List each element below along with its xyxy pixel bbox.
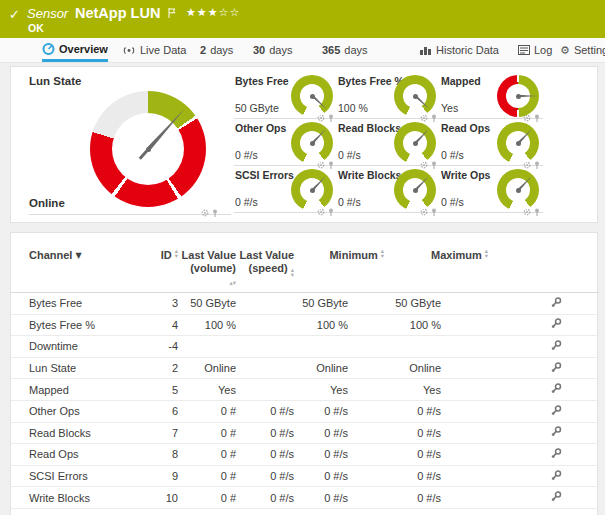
table-row: SCSI Errors90 #0 #/s0 #/s0 #/s <box>11 466 599 488</box>
log-icon <box>518 45 530 55</box>
gauge-cell-read-blocks: Read Blocks0 #/s <box>337 119 440 166</box>
cell-minimum: 100 % <box>294 319 384 331</box>
cell-last-value-volume: 50 GByte <box>178 297 236 309</box>
cell-last-value-speed: 0 #/s <box>236 427 294 439</box>
priority-stars[interactable]: ★★★☆☆ <box>186 6 240 19</box>
table-row: Other Ops60 #0 #/s0 #/s0 #/s <box>11 401 599 423</box>
wrench-icon[interactable] <box>551 427 562 439</box>
wrench-icon[interactable] <box>551 471 562 483</box>
cell-maximum: 0 #/s <box>384 405 488 417</box>
table-row: Write Blocks100 #0 #/s0 #/s0 #/s <box>11 487 599 509</box>
cell-minimum: Yes <box>294 384 384 396</box>
tab-live-data[interactable]: Live Data <box>122 38 186 62</box>
table-row: Bytes Free350 GByte50 GByte50 GByte <box>11 293 599 315</box>
gauge-other-ops <box>291 122 333 164</box>
tab-log[interactable]: Log <box>518 38 552 62</box>
cell-minimum: 0 #/s <box>294 470 384 482</box>
live-data-icon <box>122 45 136 56</box>
table-header-row: Channel▼ ID▴▾ Last Value(volume)▴▾ Last … <box>11 233 599 293</box>
cell-minimum: 0 #/s <box>294 492 384 504</box>
gear-icon[interactable] <box>201 203 209 211</box>
cell-id: 3 <box>141 297 178 309</box>
table-body: Bytes Free350 GByte50 GByte50 GByteBytes… <box>11 293 599 509</box>
cell-channel[interactable]: Write Blocks <box>29 492 141 504</box>
column-header-maximum[interactable]: Maximum▴▾ <box>384 249 488 292</box>
overview-icon <box>42 42 55 55</box>
cell-last-value-speed: 0 #/s <box>236 470 294 482</box>
cell-channel[interactable]: Bytes Free <box>29 297 141 309</box>
sensor-header: ✓ Sensor NetApp LUN ★★★☆☆ OK <box>0 0 605 38</box>
gauge-cell-bytes-free: Bytes Free %100 % <box>337 72 440 119</box>
gauge-label: Read Blocks <box>338 122 401 134</box>
cell-maximum: 0 #/s <box>384 448 488 460</box>
gauge-label: Mapped <box>441 75 481 87</box>
column-header-last-value-speed[interactable]: Last Value(speed) ▴▾ <box>236 249 294 292</box>
gauge-write-ops <box>497 169 539 211</box>
wrench-icon[interactable] <box>551 384 562 396</box>
gauge-value: 0 #/s <box>338 196 361 208</box>
tab-historic-data[interactable]: Historic Data <box>420 38 499 62</box>
cell-channel[interactable]: Downtime <box>29 340 141 352</box>
gauge-value: Yes <box>441 102 458 114</box>
cell-last-value-volume: 0 # <box>178 448 236 460</box>
sensor-kind-label: Sensor <box>27 6 68 21</box>
gauge-cell-other-ops: Other Ops0 #/s <box>234 119 337 166</box>
cell-id: 4 <box>141 319 178 331</box>
wrench-icon[interactable] <box>551 449 562 461</box>
gauges-panel: Lun State Online Bytes Free50 GByteBytes… <box>10 66 598 223</box>
cell-maximum: Yes <box>384 384 488 396</box>
cell-channel[interactable]: Other Ops <box>29 405 141 417</box>
cell-channel[interactable]: Read Ops <box>29 448 141 460</box>
table-row: Bytes Free %4100 %100 %100 % <box>11 315 599 337</box>
column-header-last-value-volume[interactable]: Last Value(volume)▴▾ <box>178 249 236 292</box>
flag-icon[interactable] <box>168 4 177 22</box>
column-header-minimum[interactable]: Minimum▴▾ <box>294 249 384 292</box>
settings-icon: ⚙ <box>560 44 570 57</box>
wrench-icon[interactable] <box>551 363 562 375</box>
cell-channel[interactable]: Lun State <box>29 362 141 374</box>
wrench-icon[interactable] <box>551 298 562 310</box>
wrench-icon[interactable] <box>551 341 562 353</box>
cell-last-value-volume: 0 # <box>178 427 236 439</box>
cell-channel[interactable]: SCSI Errors <box>29 470 141 482</box>
cell-maximum: 0 #/s <box>384 427 488 439</box>
gauge-value: 0 #/s <box>235 196 258 208</box>
gauge-cell-mapped: MappedYes <box>440 72 543 119</box>
table-row: Downtime-4 <box>11 336 599 358</box>
cell-id: 10 <box>141 492 178 504</box>
cell-id: 7 <box>141 427 178 439</box>
table-row: Read Ops80 #0 #/s0 #/s0 #/s <box>11 444 599 466</box>
cell-maximum: 100 % <box>384 319 488 331</box>
gauge-label: Bytes Free % <box>338 75 404 87</box>
wrench-icon[interactable] <box>551 319 562 331</box>
cell-last-value-volume: 0 # <box>178 470 236 482</box>
cell-id: 5 <box>141 384 178 396</box>
tab-settings[interactable]: ⚙Settings <box>560 38 605 62</box>
cell-channel[interactable]: Bytes Free % <box>29 319 141 331</box>
cell-maximum: 0 #/s <box>384 492 488 504</box>
gauge-label: Write Ops <box>441 169 490 181</box>
cell-maximum: 0 #/s <box>384 470 488 482</box>
cell-channel[interactable]: Mapped <box>29 384 141 396</box>
column-header-id[interactable]: ID▴▾ <box>141 249 178 292</box>
sort-desc-icon: ▼ <box>75 249 81 262</box>
main-gauge-label: Lun State <box>29 75 81 87</box>
wrench-icon[interactable] <box>551 492 562 504</box>
table-row: Mapped5YesYesYes <box>11 379 599 401</box>
tab-overview[interactable]: Overview <box>42 38 108 62</box>
pin-icon[interactable] <box>211 203 219 211</box>
gauge-cell-write-ops: Write Ops0 #/s <box>440 166 543 213</box>
page-title: NetApp LUN <box>75 5 160 21</box>
gauge-value: 0 #/s <box>338 149 361 161</box>
cell-last-value-speed: 0 #/s <box>236 448 294 460</box>
cell-channel[interactable]: Read Blocks <box>29 427 141 439</box>
check-icon: ✓ <box>9 7 20 22</box>
tab-2-days[interactable]: 2days <box>200 38 233 62</box>
column-header-channel[interactable]: Channel▼ <box>29 249 141 292</box>
cell-last-value-volume: 0 # <box>178 405 236 417</box>
cell-maximum: 50 GByte <box>384 297 488 309</box>
tab-30-days[interactable]: 30days <box>253 38 293 62</box>
tab-365-days[interactable]: 365days <box>322 38 368 62</box>
wrench-icon[interactable] <box>551 406 562 418</box>
cell-minimum: 0 #/s <box>294 427 384 439</box>
